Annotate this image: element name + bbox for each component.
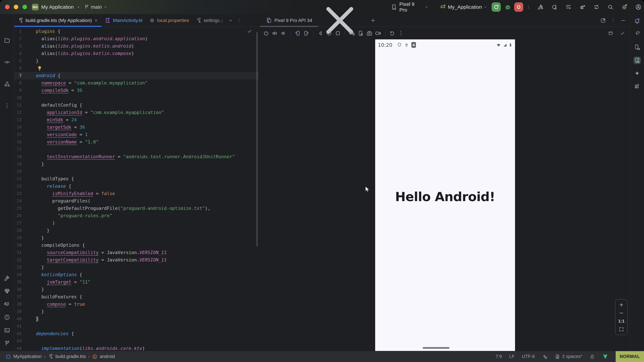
- code-line-34[interactable]: 34 kotlinOptions {: [14, 271, 259, 278]
- intention-bulb-icon[interactable]: [37, 65, 42, 71]
- code-line-6[interactable]: 6: [14, 64, 259, 72]
- code-line-31[interactable]: 31 sourceCompatibility = JavaVersion.VER…: [14, 249, 259, 256]
- panel-options-icon[interactable]: [611, 17, 615, 23]
- code-line-38[interactable]: 38 compose = true: [14, 301, 259, 308]
- more-icon[interactable]: [398, 30, 404, 36]
- code-line-30[interactable]: 30 compileOptions {: [14, 242, 259, 249]
- file-unlocked-icon[interactable]: [590, 354, 595, 359]
- hardware-input-icon[interactable]: [349, 30, 355, 36]
- gesture-navigation-bar[interactable]: [422, 347, 450, 349]
- screen-record-icon[interactable]: [375, 30, 381, 36]
- code-line-41[interactable]: 41: [14, 323, 259, 330]
- code-line-25[interactable]: 25 getDefaultProguardFile("proguard-andr…: [14, 205, 259, 212]
- code-line-21[interactable]: 21 buildTypes {: [14, 175, 259, 183]
- notifications-bell-icon[interactable]: [634, 17, 641, 25]
- app-insights-diamond-icon[interactable]: [4, 288, 10, 294]
- zoom-ratio-button[interactable]: 1:1: [618, 319, 624, 324]
- code-line-24[interactable]: 24 proguardFiles(: [14, 197, 259, 205]
- code-line-43[interactable]: 43: [14, 337, 259, 345]
- code-line-32[interactable]: 32 targetCompatibility = JavaVersion.VER…: [14, 256, 259, 264]
- sync-project-button[interactable]: [593, 4, 600, 10]
- code-line-27[interactable]: 27 ): [14, 219, 259, 227]
- code-line-1[interactable]: 1plugins {: [14, 28, 259, 35]
- code-line-16[interactable]: 16 versionName = "1.0": [14, 138, 259, 146]
- send-plane-icon[interactable]: [634, 83, 641, 90]
- rerun-button[interactable]: [492, 2, 501, 12]
- inspections-ok-icon[interactable]: [247, 28, 252, 34]
- power-icon[interactable]: [263, 30, 269, 36]
- open-in-new-window-icon[interactable]: [600, 17, 606, 23]
- running-devices-icon[interactable]: [634, 57, 641, 64]
- show-hidden-tabs-icon[interactable]: [228, 18, 233, 23]
- home-icon[interactable]: [326, 30, 332, 36]
- tab-pixel-9-pro-api-34[interactable]: Pixel 9 Pro API 34: [259, 14, 367, 27]
- code-line-15[interactable]: 15 versionCode = 1: [14, 131, 259, 138]
- code-line-12[interactable]: 12 applicationId = "com.example.myapplic…: [14, 109, 259, 116]
- overview-icon[interactable]: [335, 30, 341, 36]
- code-editor[interactable]: 1plugins {2 alias(libs.plugins.android.a…: [14, 27, 259, 351]
- code-line-23[interactable]: 23 isMinifyEnabled = false: [14, 190, 259, 197]
- minimize-window-button[interactable]: [14, 5, 18, 9]
- folder-icon[interactable]: [4, 37, 10, 43]
- volume-down-icon[interactable]: [280, 30, 286, 36]
- code-line-36[interactable]: 36 }: [14, 286, 259, 293]
- run-configuration[interactable]: My_Application: [448, 4, 482, 10]
- code-line-13[interactable]: 13 minSdk = 24: [14, 116, 259, 123]
- profile-button[interactable]: [635, 4, 642, 10]
- zoom-out-icon[interactable]: [619, 310, 624, 316]
- code-line-9[interactable]: 9 compileSdk = 36: [14, 87, 259, 94]
- code-line-35[interactable]: 35 jvmTarget = "11": [14, 278, 259, 286]
- apply-code-changes-button[interactable]: [579, 4, 586, 10]
- close-icon[interactable]: [94, 18, 98, 23]
- ai-assistant-off-icon[interactable]: [542, 354, 548, 359]
- screenshot-icon[interactable]: [366, 30, 372, 36]
- code-line-20[interactable]: 20: [14, 168, 259, 175]
- run-config-android-icon[interactable]: [440, 4, 446, 10]
- code-line-3[interactable]: 3 alias(libs.plugins.kotlin.android): [14, 42, 259, 50]
- code-line-29[interactable]: 29 }: [14, 234, 259, 242]
- ideavim-icon[interactable]: [602, 354, 608, 360]
- code-line-14[interactable]: 14 targetSdk = 36: [14, 123, 259, 131]
- device-selector-icon[interactable]: [391, 4, 397, 10]
- search-everywhere-button[interactable]: [607, 4, 614, 10]
- zoom-in-icon[interactable]: [619, 302, 624, 308]
- code-line-11[interactable]: 11 defaultConfig {: [14, 101, 259, 109]
- editor-scrollbar[interactable]: [256, 32, 258, 247]
- vcs-branch-widget[interactable]: main: [84, 0, 108, 14]
- stop-button[interactable]: [514, 2, 524, 12]
- device-selector[interactable]: Pixel 9 Pro: [399, 1, 423, 13]
- terminal-icon[interactable]: [4, 327, 10, 334]
- code-line-8[interactable]: 8 namespace = "com.example.myapplication…: [14, 79, 259, 87]
- git-branch-icon[interactable]: [4, 340, 10, 347]
- code-line-28[interactable]: 28 }: [14, 227, 259, 234]
- code-line-40[interactable]: 40}: [14, 315, 259, 323]
- code-line-19[interactable]: 19 }: [14, 160, 259, 168]
- code-line-7[interactable]: 7android {: [14, 72, 259, 79]
- profiler-button[interactable]: [565, 4, 572, 10]
- shapes-icon[interactable]: [4, 81, 10, 87]
- code-line-2[interactable]: 2 alias(libs.plugins.android.application…: [14, 35, 259, 42]
- logcat-cat-icon[interactable]: [4, 301, 10, 307]
- tab-settings-gradle[interactable]: settings.g: [192, 14, 227, 27]
- more-icon[interactable]: [4, 103, 10, 109]
- code-line-22[interactable]: 22 release {: [14, 183, 259, 190]
- device-manager-icon[interactable]: [634, 43, 641, 51]
- breadcrumb-project[interactable]: MyApplication: [14, 354, 42, 359]
- back-icon[interactable]: [317, 30, 324, 36]
- indent-widget[interactable]: 2 spaces*: [555, 354, 582, 359]
- build-hammer-icon[interactable]: [4, 275, 10, 281]
- problems-icon[interactable]: [4, 314, 10, 321]
- volume-up-icon[interactable]: [272, 30, 278, 36]
- settings-button[interactable]: [621, 4, 628, 10]
- hide-panel-icon[interactable]: [620, 17, 626, 23]
- tab-local-properties[interactable]: local.properties: [146, 14, 192, 27]
- build-button[interactable]: [537, 4, 544, 10]
- fullscreen-window-button[interactable]: [22, 5, 27, 9]
- caret-position[interactable]: 7:9: [496, 354, 502, 359]
- file-encoding[interactable]: UTF-8: [522, 354, 535, 359]
- commit-icon[interactable]: [4, 59, 10, 65]
- code-line-5[interactable]: 5}: [14, 57, 259, 64]
- close-window-button[interactable]: [5, 5, 10, 9]
- code-line-17[interactable]: 17: [14, 146, 259, 153]
- apply-changes-button[interactable]: [551, 4, 558, 10]
